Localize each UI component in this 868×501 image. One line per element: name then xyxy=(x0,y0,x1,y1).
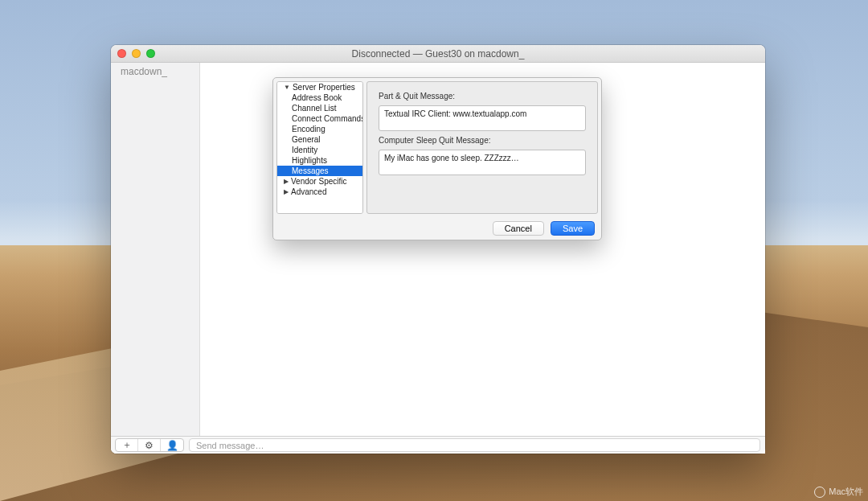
tree-item-identity[interactable]: Identity xyxy=(277,145,362,155)
server-item[interactable]: macdown_ xyxy=(111,63,199,80)
chevron-down-icon: ▼ xyxy=(284,84,290,91)
tree-item-address-book[interactable]: Address Book xyxy=(277,92,362,103)
titlebar: Disconnected — Guest30 on macdown_ xyxy=(111,45,765,63)
tree-item-encoding[interactable]: Encoding xyxy=(277,124,362,134)
user-icon: 👤 xyxy=(166,440,178,451)
part-quit-input[interactable]: Textual IRC Client: www.textualapp.com xyxy=(379,105,586,131)
tree-item-channel-list[interactable]: Channel List xyxy=(277,103,362,113)
tree-label: Vendor Specific xyxy=(291,177,347,186)
save-button[interactable]: Save xyxy=(551,221,595,236)
tree-label: Server Properties xyxy=(293,83,355,92)
chat-area: ▼ Server Properties Address Book Channel… xyxy=(200,63,765,454)
chevron-right-icon: ▶ xyxy=(284,178,289,185)
gear-icon: ⚙ xyxy=(145,440,154,451)
minimize-icon[interactable] xyxy=(132,49,141,58)
tree-item-messages[interactable]: Messages xyxy=(277,166,362,176)
part-quit-label: Part & Quit Message: xyxy=(379,92,586,101)
logo-icon xyxy=(814,487,825,498)
add-button[interactable]: ＋ xyxy=(116,439,138,451)
message-placeholder: Send message… xyxy=(196,441,264,450)
app-window: Disconnected — Guest30 on macdown_ macdo… xyxy=(111,45,765,454)
messages-panel: Part & Quit Message: Textual IRC Client:… xyxy=(366,81,598,214)
dialog-footer: Cancel Save xyxy=(273,217,601,240)
tree-group-server-properties[interactable]: ▼ Server Properties xyxy=(277,82,362,92)
sleep-quit-input[interactable]: My iMac has gone to sleep. ZZZzzz… xyxy=(379,150,586,175)
watermark: Mac软件 xyxy=(814,486,863,498)
cancel-button[interactable]: Cancel xyxy=(493,221,544,236)
tree-item-general[interactable]: General xyxy=(277,134,362,145)
watermark-text: Mac软件 xyxy=(829,486,863,498)
tree-item-highlights[interactable]: Highlights xyxy=(277,155,362,166)
settings-tree: ▼ Server Properties Address Book Channel… xyxy=(276,81,363,214)
tree-label: Advanced xyxy=(291,187,326,196)
tree-group-vendor-specific[interactable]: ▶ Vendor Specific xyxy=(277,176,362,187)
close-icon[interactable] xyxy=(117,49,126,58)
sleep-quit-label: Computer Sleep Quit Message: xyxy=(379,136,586,145)
server-list: macdown_ xyxy=(111,63,200,454)
tree-item-connect-commands[interactable]: Connect Commands xyxy=(277,113,362,124)
bottom-segmented: ＋ ⚙ 👤 xyxy=(115,438,184,452)
message-input[interactable]: Send message… xyxy=(189,438,760,452)
plus-icon: ＋ xyxy=(122,438,132,452)
zoom-icon[interactable] xyxy=(146,49,155,58)
window-body: macdown_ ▼ Server Properties Address Boo… xyxy=(111,63,765,454)
window-title: Disconnected — Guest30 on macdown_ xyxy=(111,48,765,60)
dialog-body: ▼ Server Properties Address Book Channel… xyxy=(273,78,601,217)
server-properties-dialog: ▼ Server Properties Address Book Channel… xyxy=(272,77,602,240)
user-button[interactable]: 👤 xyxy=(161,439,183,451)
tree-group-advanced[interactable]: ▶ Advanced xyxy=(277,187,362,197)
bottom-toolbar: ＋ ⚙ 👤 Send message… xyxy=(111,436,765,454)
chevron-right-icon: ▶ xyxy=(284,188,289,195)
settings-button[interactable]: ⚙ xyxy=(138,439,161,451)
